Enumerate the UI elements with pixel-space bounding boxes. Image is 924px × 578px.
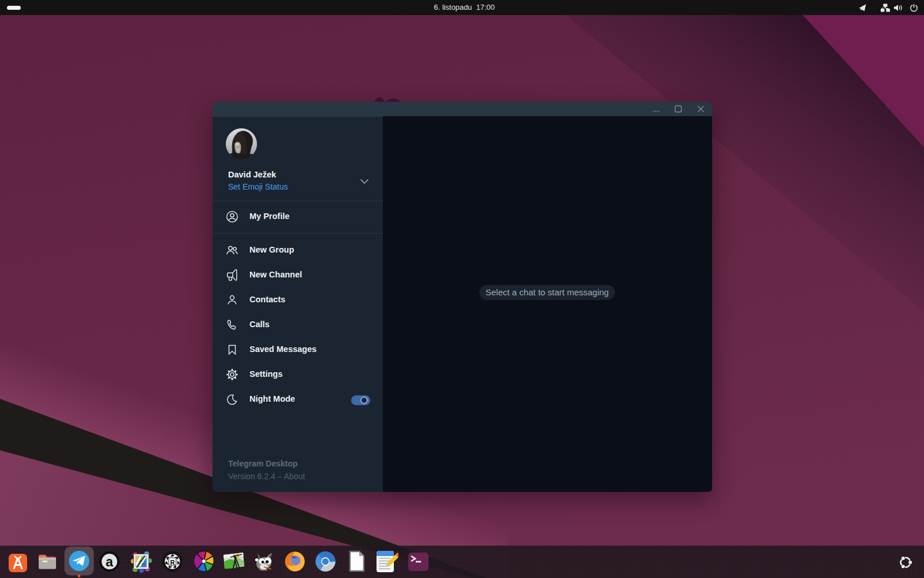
svg-text:R: R bbox=[170, 559, 175, 566]
svg-text:a: a bbox=[106, 554, 113, 569]
